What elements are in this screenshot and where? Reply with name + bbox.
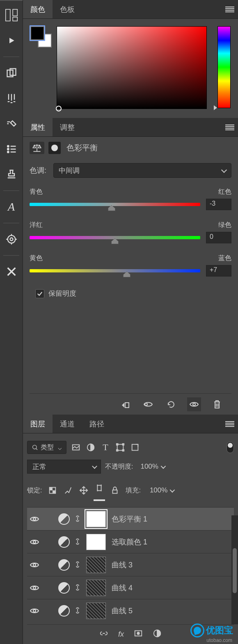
slider-handle-icon[interactable] xyxy=(111,238,119,244)
toggle-visibility-icon[interactable] xyxy=(187,397,201,411)
tone-dropdown[interactable]: 中间调 xyxy=(53,163,231,178)
slider-handle-icon[interactable] xyxy=(108,205,115,211)
visibility-eye-icon[interactable] xyxy=(29,605,40,617)
reset-icon[interactable] xyxy=(164,397,178,411)
filter-shape-icon[interactable] xyxy=(115,442,126,453)
filter-adjustment-icon[interactable] xyxy=(85,442,96,453)
panels-icon[interactable] xyxy=(4,7,19,23)
lock-position-icon[interactable] xyxy=(79,485,89,495)
lock-transparent-icon[interactable] xyxy=(48,485,57,495)
lock-pixels-icon[interactable] xyxy=(63,485,73,495)
layer-thumbnail[interactable] xyxy=(86,534,106,550)
color-panel-menu-icon[interactable] xyxy=(222,0,238,18)
yellow-blue-slider[interactable] xyxy=(30,269,200,272)
svg-rect-22 xyxy=(50,488,53,490)
link-mask-icon[interactable] xyxy=(74,607,82,615)
layer-row[interactable]: 曲线 5 xyxy=(27,599,234,622)
layer-name-label[interactable]: 曲线 4 xyxy=(112,583,133,593)
svg-point-27 xyxy=(33,518,36,520)
yellow-label: 黄色 xyxy=(30,254,43,263)
sv-cursor-icon xyxy=(56,106,62,111)
brush-preset-icon[interactable] xyxy=(4,116,19,132)
filter-smartobject-icon[interactable] xyxy=(130,442,140,453)
tab-color[interactable]: 颜色 xyxy=(23,0,53,18)
tone-label: 色调: xyxy=(30,166,53,175)
layer-row[interactable]: 曲线 4 xyxy=(27,576,234,599)
preserve-luminosity-checkbox[interactable] xyxy=(35,289,44,298)
cyan-red-value[interactable]: -3 xyxy=(206,199,231,210)
layer-thumbnail[interactable] xyxy=(86,511,106,527)
props-panel-menu-icon[interactable] xyxy=(222,118,238,136)
tab-paths[interactable]: 路径 xyxy=(82,415,112,433)
link-mask-icon[interactable] xyxy=(74,538,82,546)
layer-thumbnail[interactable] xyxy=(86,557,106,573)
magenta-green-slider[interactable] xyxy=(30,236,200,239)
fx-icon[interactable]: fx xyxy=(118,630,124,639)
svg-point-8 xyxy=(7,236,15,243)
filter-text-icon[interactable]: T xyxy=(100,442,111,453)
font-icon[interactable]: A xyxy=(4,199,19,215)
target-icon[interactable] xyxy=(4,231,19,247)
link-mask-icon[interactable] xyxy=(74,561,82,569)
tab-layers[interactable]: 图层 xyxy=(23,415,53,433)
svg-rect-26 xyxy=(113,490,117,493)
foreground-swatch[interactable] xyxy=(30,26,44,40)
tab-adjustments[interactable]: 调整 xyxy=(53,118,82,136)
layer-row[interactable]: 色彩平衡 1 xyxy=(27,507,234,530)
layer-name-label[interactable]: 色彩平衡 1 xyxy=(112,514,147,524)
view-previous-icon[interactable] xyxy=(141,397,155,411)
brushes-icon[interactable] xyxy=(4,91,19,106)
hue-slider[interactable] xyxy=(217,26,231,108)
fill-value[interactable]: 100% xyxy=(146,484,177,497)
scrollbar-thumb[interactable] xyxy=(233,548,237,593)
stamp-icon[interactable] xyxy=(4,167,19,182)
magenta-label: 洋红 xyxy=(30,221,43,229)
adjustment-layer-icon xyxy=(58,559,70,571)
new-adjustment-icon[interactable] xyxy=(153,629,162,640)
cyan-red-slider[interactable] xyxy=(30,203,200,206)
layer-name-label[interactable]: 曲线 5 xyxy=(112,606,133,616)
tab-channels[interactable]: 通道 xyxy=(53,415,82,433)
magenta-green-value[interactable]: 0 xyxy=(206,232,231,243)
lock-artboard-icon[interactable] xyxy=(94,485,104,495)
visibility-eye-icon[interactable] xyxy=(29,513,40,525)
clip-to-layer-icon[interactable] xyxy=(118,397,132,411)
delete-adjustment-icon[interactable] xyxy=(210,397,224,411)
slider-handle-icon[interactable] xyxy=(123,272,130,277)
play-icon[interactable] xyxy=(4,33,19,48)
visibility-eye-icon[interactable] xyxy=(29,559,40,571)
tab-properties[interactable]: 属性 xyxy=(23,118,53,136)
tab-swatches[interactable]: 色板 xyxy=(53,0,82,18)
layer-thumbnail[interactable] xyxy=(86,603,106,619)
add-mask-icon[interactable] xyxy=(134,629,143,640)
cards-icon[interactable] xyxy=(4,65,19,81)
crossbrush-icon[interactable] xyxy=(4,264,19,279)
layer-row[interactable]: 选取颜色 1 xyxy=(27,530,234,553)
blend-mode-dropdown[interactable]: 正常 xyxy=(27,460,101,474)
link-mask-icon[interactable] xyxy=(74,515,82,523)
hue-handle-icon[interactable] xyxy=(214,105,217,110)
list-icon[interactable] xyxy=(4,141,19,157)
link-mask-icon[interactable] xyxy=(74,584,82,592)
visibility-eye-icon[interactable] xyxy=(29,582,40,594)
yellow-blue-value[interactable]: +7 xyxy=(206,265,231,277)
layer-filter-dropdown[interactable]: 类型 ⌵ xyxy=(27,441,66,454)
opacity-value[interactable]: 100% xyxy=(137,460,167,473)
saturation-value-picker[interactable] xyxy=(57,27,206,109)
layers-scrollbar[interactable] xyxy=(231,515,238,624)
visibility-eye-icon[interactable] xyxy=(29,536,40,548)
layer-row[interactable]: 曲线 3 xyxy=(27,553,234,576)
layer-thumbnail[interactable] xyxy=(86,580,106,596)
layers-panel-menu-icon[interactable] xyxy=(222,415,238,433)
filter-image-icon[interactable] xyxy=(71,442,81,453)
color-swatches[interactable] xyxy=(30,26,52,48)
mask-icon[interactable] xyxy=(48,142,61,154)
svg-rect-25 xyxy=(98,485,101,491)
watermark-logo-icon xyxy=(190,624,204,637)
svg-rect-10 xyxy=(125,403,129,408)
link-layers-icon[interactable] xyxy=(99,629,108,640)
filter-toggle[interactable] xyxy=(227,442,234,453)
layer-name-label[interactable]: 选取颜色 1 xyxy=(112,537,147,547)
lock-all-icon[interactable] xyxy=(110,485,120,495)
layer-name-label[interactable]: 曲线 3 xyxy=(112,560,133,570)
